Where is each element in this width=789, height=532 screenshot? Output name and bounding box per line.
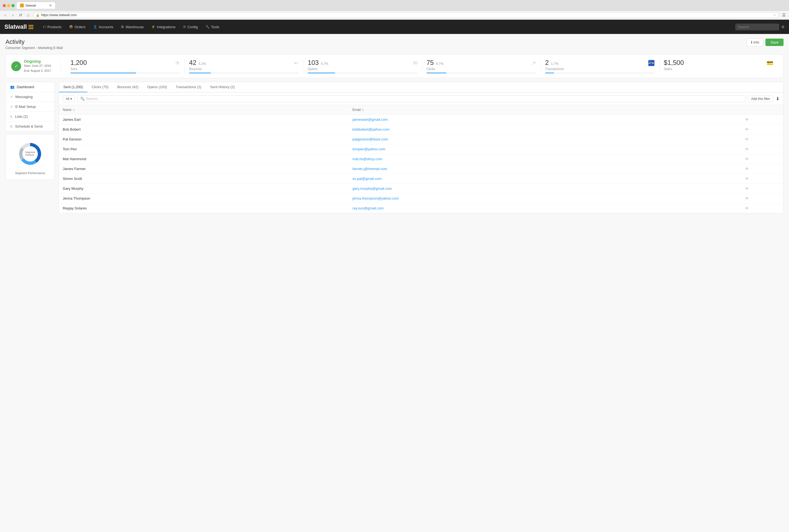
info-icon: ℹ	[751, 40, 752, 44]
view-icon-2[interactable]: 👁	[745, 137, 749, 141]
table-row: Mat Hammond mat.hs@dncp.com 👁	[59, 154, 783, 164]
search-input[interactable]	[735, 23, 779, 31]
table-search-input[interactable]	[86, 97, 742, 101]
nav-item-warehouse[interactable]: 🏛 Warehouse	[117, 20, 147, 34]
sidebar-item-e-mail-setup[interactable]: ✓E-Mail Setup	[6, 102, 55, 112]
view-icon-7[interactable]: 👁	[745, 186, 749, 191]
cell-action-6: 👁	[711, 174, 783, 184]
close-dot[interactable]	[3, 4, 6, 7]
status-start: Start: June 27, 2016	[24, 63, 51, 69]
nav-label-config: Config	[187, 25, 198, 29]
sidebar-item-label: E-Mail Setup	[15, 104, 36, 109]
nav-item-products[interactable]: 🏷 Products	[39, 20, 65, 34]
email-link-9[interactable]: rey.sun@gmail.com	[353, 206, 384, 210]
status-icon: ✓	[11, 61, 21, 71]
stat-main-3: 75 9.7% ↗	[426, 59, 536, 66]
tab-0[interactable]: Sent (1,200)	[59, 82, 87, 92]
email-link-4[interactable]: mat.hs@dncp.com	[353, 157, 382, 161]
tab-2[interactable]: Bounces (42)	[113, 82, 143, 92]
view-icon-5[interactable]: 👁	[745, 167, 749, 171]
nav-label-orders: Orders	[74, 25, 86, 29]
table-row: James Farmer farmer.j@hotmail.com 👁	[59, 164, 783, 174]
refresh-button[interactable]: ↺	[18, 12, 23, 18]
donut-segment-2	[19, 147, 24, 160]
stat-bar-0	[70, 73, 180, 73]
email-link-6[interactable]: ss.pal@gmail.com	[353, 177, 382, 181]
tab-4[interactable]: Transactions (2)	[171, 82, 206, 92]
nav-label-accounts: Accounts	[98, 25, 113, 29]
view-icon-4[interactable]: 👁	[745, 157, 749, 161]
bookmark-icon[interactable]: ☆	[773, 13, 776, 17]
products-icon: 🏷	[43, 25, 46, 29]
stat-value-5: $1,500	[664, 59, 684, 66]
browser-tab[interactable]: Slatwall ✕	[17, 2, 55, 9]
table-row: Reyjay Solares rey.sun@gmail.com 👁	[59, 204, 783, 213]
nav-item-accounts[interactable]: 👤 Accounts	[89, 20, 117, 34]
nav-item-config[interactable]: ⚙ Config	[179, 20, 202, 34]
cell-name-2: Pat Genson	[59, 134, 349, 144]
save-button[interactable]: Save	[766, 39, 784, 46]
view-icon-1[interactable]: 👁	[745, 127, 749, 132]
cell-name-4: Mat Hammond	[59, 154, 349, 164]
email-link-8[interactable]: jenna.thompson@yahoo.com	[353, 196, 399, 201]
maximize-dot[interactable]	[12, 4, 15, 7]
logo-line-3	[29, 28, 33, 29]
download-button[interactable]: ⬇	[776, 96, 779, 101]
email-link-0[interactable]: jamesearl@gmail.com	[353, 117, 388, 121]
cell-action-5: 👁	[711, 164, 783, 174]
cell-action-9: 👁	[711, 204, 783, 213]
stat-icon-0: ✈	[175, 60, 180, 66]
table-search-box[interactable]: 🔍	[77, 95, 745, 102]
view-icon-0[interactable]: 👁	[745, 117, 749, 122]
email-sort-icon[interactable]: ⇅	[362, 109, 364, 111]
cell-name-6: Simon Scott	[59, 174, 349, 184]
email-link-5[interactable]: farmer.j@hotmail.com	[353, 167, 387, 171]
check-icon: ✓	[10, 104, 13, 109]
view-icon-3[interactable]: 👁	[745, 147, 749, 151]
view-icon-8[interactable]: 👁	[745, 196, 749, 201]
stat-icon-3: ↗	[531, 60, 536, 66]
app-logo: Slatwall	[4, 23, 33, 31]
sidebar-item-schedule-&-send[interactable]: 4.Schedule & Send	[6, 121, 55, 131]
stat-label-1: Bounces	[189, 67, 299, 71]
sidebar-item-dashboard[interactable]: 👥Dashboard	[6, 82, 55, 92]
sidebar-item-lists-(2)[interactable]: 3.Lists (2)	[6, 112, 55, 121]
email-link-1[interactable]: bobbobert@yahoo.com	[353, 127, 389, 131]
name-sort-icon[interactable]: ⇅	[73, 109, 75, 111]
settings-icon[interactable]: ☰	[781, 12, 787, 18]
search-icon[interactable]: ⚙	[781, 25, 785, 29]
stat-item-1: 42 4.2% ↩ Bounces	[185, 59, 303, 73]
forward-button[interactable]: ›	[10, 12, 16, 18]
nav-item-tools[interactable]: 🔧 Tools	[202, 20, 223, 34]
sidebar-item-messaging[interactable]: ✓Messaging	[6, 92, 55, 102]
svg-text:Perform.: Perform.	[25, 154, 35, 156]
info-label: Info	[753, 40, 759, 44]
nav-item-orders[interactable]: 📦 Orders	[65, 20, 89, 34]
email-link-2[interactable]: patgenson@fasol.com	[353, 137, 388, 141]
tab-5[interactable]: Sent History (2)	[206, 82, 239, 92]
cell-name-8: Jenna Thompson	[59, 194, 349, 204]
tab-3[interactable]: Opens (103)	[143, 82, 171, 92]
email-link-7[interactable]: gary.murphy@gmail.com	[353, 187, 392, 191]
nav-item-integrations[interactable]: ⚡ Integrations	[147, 20, 179, 34]
tab-close-btn[interactable]: ✕	[49, 3, 52, 7]
donut-label: Segment Performance	[15, 171, 45, 175]
stat-value-1: 42	[189, 59, 197, 66]
view-icon-9[interactable]: 👁	[745, 206, 749, 211]
view-icon-6[interactable]: 👁	[745, 176, 749, 181]
filter-dropdown[interactable]: All ▾	[63, 96, 75, 102]
tab-1[interactable]: Clicks (75)	[87, 82, 113, 92]
address-bar[interactable]: 🔒 https://www.slatwall.com ☆	[33, 12, 779, 18]
cell-action-3: 👁	[711, 144, 783, 154]
breadcrumb-parent[interactable]: Consumer Segment	[5, 46, 35, 50]
email-link-3[interactable]: tompen@yahoo.com	[353, 147, 385, 151]
stat-pct-3: 9.7%	[436, 62, 443, 66]
minimize-dot[interactable]	[7, 4, 10, 7]
back-button[interactable]: ‹	[2, 12, 8, 18]
add-filter-button[interactable]: Add this filter	[748, 96, 774, 102]
tools-icon: 🔧	[205, 25, 209, 29]
home-button[interactable]: ⌂	[25, 12, 31, 18]
info-button[interactable]: ℹ Info	[747, 38, 764, 46]
filter-arrow: ▾	[70, 97, 72, 101]
donut-center-text: Segment	[25, 151, 35, 154]
